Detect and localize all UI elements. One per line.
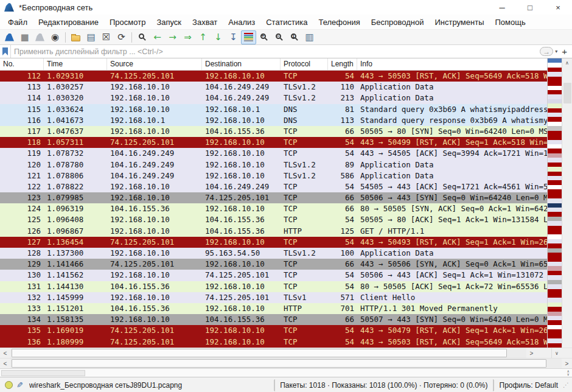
first-packet-button[interactable]: ↑ <box>195 30 211 44</box>
intelligent-scrollbar-minimap[interactable] <box>547 58 562 348</box>
cell-protocol: DNS <box>281 115 328 126</box>
packet-row-116[interactable]: 1161.041673192.168.10.1192.168.10.10DNS1… <box>0 115 547 126</box>
previous-packet-button[interactable]: ← <box>150 30 165 44</box>
scroll-up-icon[interactable]: ∧ <box>562 58 572 68</box>
hscroll-thumb-1[interactable] <box>12 349 507 357</box>
packet-row-135[interactable]: 1351.16901974.125.205.101192.168.10.10TC… <box>0 325 547 336</box>
close-file-button[interactable]: ☒ <box>99 30 114 44</box>
scroll-right-icon[interactable]: > <box>526 348 537 358</box>
menu-item-7[interactable]: Телефония <box>313 16 365 28</box>
save-file-button[interactable]: ▤ <box>83 30 99 44</box>
packet-row-113[interactable]: 1131.030257192.168.10.10104.16.249.249TL… <box>0 82 547 93</box>
capture-comment-pencil-icon[interactable]: ✎ <box>16 380 23 390</box>
column-header-time[interactable]: Time <box>44 58 107 70</box>
column-header-no[interactable]: No. <box>0 58 44 70</box>
column-header-protocol[interactable]: Protocol <box>281 58 328 70</box>
stop-capture-button[interactable]: ■ <box>17 30 32 44</box>
hscroll-track-1[interactable] <box>10 348 526 358</box>
reload-file-button[interactable]: ⟳ <box>114 30 129 44</box>
menu-item-8[interactable]: Беспроводной <box>366 16 430 28</box>
scroll-right-icon-2[interactable]: > <box>562 359 572 368</box>
packet-row-115[interactable]: 1151.033624192.168.10.10192.168.10.1DNS8… <box>0 104 547 115</box>
scroll-left-icon-2[interactable]: < <box>0 359 10 368</box>
packet-row-125[interactable]: 1251.096408192.168.10.10104.16.155.36TCP… <box>0 214 547 225</box>
zoom-out-button[interactable]: − <box>271 30 287 44</box>
vertical-scrollbar-thumb[interactable] <box>563 83 571 103</box>
menu-item-10[interactable]: Помощь <box>490 16 531 28</box>
zoom-reset-button[interactable]: 1 <box>287 30 302 44</box>
menu-item-9[interactable]: Инструменты <box>429 16 489 28</box>
bookmark-icon <box>2 47 8 55</box>
packet-row-131[interactable]: 1311.144130104.16.155.36192.168.10.10TCP… <box>0 281 547 292</box>
minimap-stripe <box>548 343 562 348</box>
column-header-destination[interactable]: Destination <box>202 58 281 70</box>
resize-grip-icon[interactable]: ⋰ <box>563 382 569 388</box>
last-packet-button[interactable]: ↓ <box>211 30 226 44</box>
scroll-down-icon[interactable]: ∨ <box>551 348 562 358</box>
menu-bar: ФайлРедактированиеПросмотрЗапускЗахватАн… <box>0 15 572 29</box>
resize-columns-button[interactable]: ▥ <box>302 30 317 44</box>
minimize-button[interactable]: ─ <box>488 0 516 15</box>
menu-item-4[interactable]: Захват <box>187 16 223 28</box>
capture-options-button[interactable]: ◉ <box>47 30 63 44</box>
profile-label[interactable]: Профиль: Default <box>494 379 562 391</box>
next-packet-button[interactable]: → <box>165 30 180 44</box>
apply-arrow-icon: → <box>543 48 550 55</box>
column-header-length[interactable]: Length <box>328 58 357 70</box>
apply-filter-button[interactable]: → <box>540 47 553 56</box>
hscroll-track-2[interactable] <box>10 359 562 368</box>
menu-item-3[interactable]: Запуск <box>151 16 187 28</box>
expert-info-icon[interactable] <box>5 381 13 389</box>
vertical-scrollbar[interactable]: ∧ <box>562 58 572 348</box>
packet-row-136[interactable]: 1361.18099974.125.205.101192.168.10.10TC… <box>0 337 547 348</box>
packet-row-132[interactable]: 1321.145999192.168.10.1074.125.205.101TL… <box>0 292 547 303</box>
close-button[interactable]: × <box>544 0 572 15</box>
packet-row-124[interactable]: 1241.096319104.16.155.36192.168.10.10TCP… <box>0 203 547 214</box>
packet-row-122[interactable]: 1221.078822192.168.10.10104.16.249.249TC… <box>0 181 547 192</box>
column-header-info[interactable]: Info <box>357 58 547 70</box>
cell-source: 74.125.205.101 <box>107 137 202 148</box>
packet-row-123[interactable]: 1231.079985192.168.10.1074.125.205.101TC… <box>0 192 547 203</box>
packet-row-117[interactable]: 1171.047637192.168.10.10104.16.155.36TCP… <box>0 126 547 137</box>
colorize-button[interactable] <box>241 30 256 44</box>
packet-row-121[interactable]: 1211.078806104.16.249.249192.168.10.10TL… <box>0 170 547 181</box>
maximize-button[interactable]: □ <box>516 0 544 15</box>
goto-packet-button[interactable]: ⇒ <box>180 30 195 44</box>
start-capture-button[interactable] <box>2 30 17 44</box>
zoom-in-button[interactable]: + <box>256 30 271 44</box>
packet-row-134[interactable]: 1341.158135192.168.10.10104.16.155.36TCP… <box>0 314 547 325</box>
packet-row-129[interactable]: 1291.14146674.125.205.101192.168.10.10TC… <box>0 259 547 270</box>
capture-filename[interactable]: wireshark_Беспроводная сетьJ89DU1.pcapng <box>29 381 182 390</box>
cell-time: 1.078806 <box>44 170 107 181</box>
packet-row-118[interactable]: 1181.05731174.125.205.101192.168.10.10TC… <box>0 137 547 148</box>
spinner-down-icon[interactable]: ∨ <box>567 373 570 376</box>
arrow-right-icon: → <box>169 33 176 42</box>
autoscroll-button[interactable]: ↧ <box>226 30 241 44</box>
packet-row-127[interactable]: 1271.13645474.125.205.101192.168.10.10TC… <box>0 237 547 248</box>
packet-row-119[interactable]: 1191.078732104.16.249.249192.168.10.10TC… <box>0 148 547 159</box>
menu-item-2[interactable]: Просмотр <box>104 16 151 28</box>
cell-source: 192.168.10.10 <box>107 270 202 281</box>
packet-row-112[interactable]: 1121.02931074.125.205.101192.168.10.10TC… <box>0 71 547 82</box>
filter-history-caret-icon[interactable]: ▾ <box>555 49 557 54</box>
menu-item-0[interactable]: Файл <box>2 16 33 28</box>
menu-item-1[interactable]: Редактирование <box>33 16 104 28</box>
menu-item-6[interactable]: Статистика <box>260 16 313 28</box>
menu-item-5[interactable]: Анализ <box>223 16 260 28</box>
hscroll-thumb-2[interactable] <box>12 359 546 368</box>
packet-row-120[interactable]: 1201.078780104.16.249.249192.168.10.10TL… <box>0 159 547 170</box>
find-packet-button[interactable] <box>134 30 150 44</box>
packet-row-128[interactable]: 1281.137300192.168.10.1095.163.54.50TLSv… <box>0 248 547 259</box>
scroll-left-icon[interactable]: < <box>0 348 10 358</box>
column-header-source[interactable]: Source <box>107 58 202 70</box>
packet-row-130[interactable]: 1301.141562192.168.10.1074.125.205.101TC… <box>0 270 547 281</box>
packet-row-126[interactable]: 1261.096867192.168.10.10104.16.155.36HTT… <box>0 226 547 237</box>
add-filter-button[interactable]: + <box>559 47 570 56</box>
strip-spinner[interactable]: ∧ ∨ <box>567 370 570 376</box>
display-filter-input[interactable] <box>11 45 537 58</box>
packet-row-114[interactable]: 1141.030320192.168.10.10104.16.249.249TL… <box>0 93 547 103</box>
packet-row-133[interactable]: 1331.151201104.16.155.36192.168.10.10HTT… <box>0 303 547 314</box>
filter-bookmark-button[interactable] <box>0 45 11 58</box>
open-file-button[interactable] <box>68 30 83 44</box>
restart-capture-button[interactable] <box>32 30 47 44</box>
